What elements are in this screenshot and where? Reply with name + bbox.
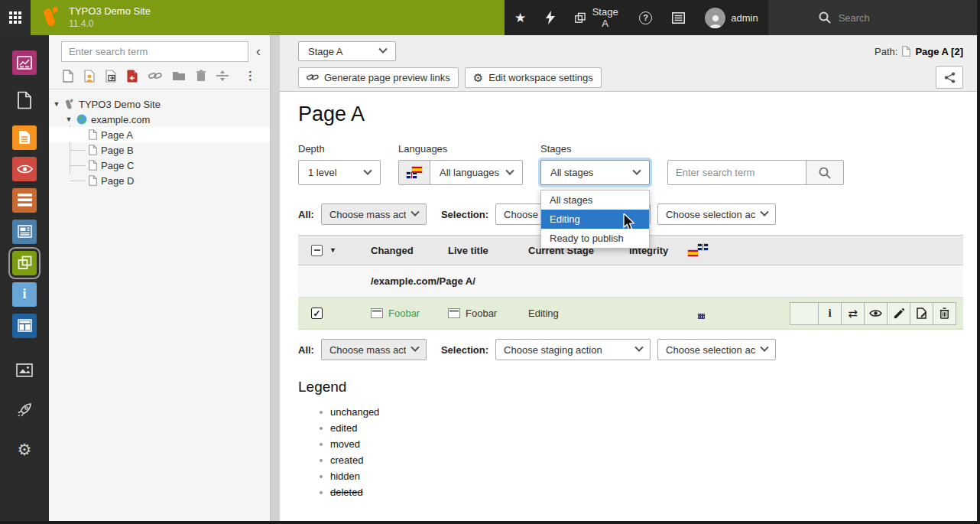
languages-select[interactable]: All languages xyxy=(430,160,523,185)
module-extensions[interactable] xyxy=(0,394,49,425)
folder-icon[interactable] xyxy=(172,69,186,83)
legend-item-moved: moved xyxy=(330,438,963,450)
stages-select[interactable]: All stages xyxy=(540,160,650,185)
expand-all-caret-icon[interactable]: ▼ xyxy=(329,246,336,254)
depth-select[interactable]: 1 level xyxy=(298,160,381,185)
bookmark-button[interactable]: ★ xyxy=(505,0,536,35)
mass-action-select[interactable]: Choose mass action xyxy=(321,203,427,225)
typo3-logo-icon xyxy=(41,6,61,29)
module-info-news[interactable] xyxy=(0,216,49,247)
tree-node-page-d[interactable]: Page D xyxy=(49,173,270,188)
document-icon xyxy=(18,130,31,145)
stages-option-ready[interactable]: Ready to publish xyxy=(541,229,649,248)
column-live-title: Live title xyxy=(448,245,528,256)
tree-node-page-c[interactable]: Page C xyxy=(49,158,270,173)
window-edge xyxy=(977,0,980,524)
module-workspaces[interactable] xyxy=(0,247,49,278)
page-doc-icon xyxy=(89,175,97,186)
clear-cache-button[interactable] xyxy=(536,0,565,35)
edit-workspace-settings-button[interactable]: ⚙ Edit workspace settings xyxy=(465,67,602,88)
module-template[interactable] xyxy=(0,310,49,341)
link-icon[interactable] xyxy=(148,69,162,83)
layout-icon xyxy=(18,319,32,332)
workspace-select[interactable]: Stage A xyxy=(298,41,396,61)
page-doc-icon xyxy=(89,145,97,155)
discard-button[interactable] xyxy=(933,302,956,325)
module-menu-toggle-button[interactable] xyxy=(0,0,31,35)
share-button[interactable] xyxy=(936,66,963,89)
send-to-stage-button[interactable]: ⇄ xyxy=(842,302,865,325)
username: admin xyxy=(731,12,758,24)
pagetree-splitter[interactable] xyxy=(270,35,280,521)
chevron-down-icon xyxy=(505,166,514,174)
workspace-name: Stage A xyxy=(591,6,619,29)
tree-node-root[interactable]: ▼ TYPO3 Demo Site xyxy=(49,96,270,112)
breadcrumb: Path: Page A [2] xyxy=(875,46,963,57)
search-icon xyxy=(819,11,831,24)
collapse-caret-icon[interactable]: ▼ xyxy=(65,116,73,123)
module-view[interactable] xyxy=(0,153,49,184)
mass-action-select-bottom[interactable]: Choose mass action xyxy=(321,339,427,360)
open-version-button[interactable] xyxy=(910,302,933,325)
document-edit-icon xyxy=(917,308,927,319)
module-info[interactable]: i xyxy=(0,278,49,310)
collapse-caret-icon[interactable]: ▼ xyxy=(53,100,60,108)
preview-button[interactable] xyxy=(865,302,888,325)
typo3-tree-logo-icon xyxy=(64,99,75,109)
selection-action-select-bottom[interactable]: Choose selection action xyxy=(657,339,776,360)
module-dashboard[interactable] xyxy=(0,47,49,78)
changed-title-link[interactable]: Foobar xyxy=(388,308,420,319)
workspace-search-input[interactable] xyxy=(667,160,806,185)
list-icon xyxy=(672,12,685,24)
tree-node-page-b[interactable]: Page B xyxy=(49,142,270,158)
row-checkbox[interactable]: ✓ xyxy=(311,308,323,319)
tree-node-page-a[interactable]: Page A xyxy=(49,127,270,142)
legend-item-deleted: deleted xyxy=(330,487,963,498)
system-information-button[interactable] xyxy=(662,0,695,35)
search-submit-button[interactable] xyxy=(806,160,844,185)
gear-icon: ⚙ xyxy=(18,441,32,459)
generate-preview-links-button[interactable]: Generate page preview links xyxy=(298,67,459,88)
grid-icon xyxy=(9,11,21,24)
new-shortcut-page-drag-icon[interactable] xyxy=(105,69,117,83)
pagetree-search-input[interactable] xyxy=(61,41,248,62)
legend-item-created: created xyxy=(330,454,963,466)
stages-option-editing[interactable]: Editing xyxy=(541,210,649,229)
new-page-drag-icon[interactable] xyxy=(63,69,74,83)
page-doc-icon xyxy=(89,129,97,140)
table-group-row: /example.com/Page A/ xyxy=(298,265,963,298)
pagetree-toolbar: ⋮ xyxy=(49,67,270,90)
module-list[interactable] xyxy=(0,122,49,153)
help-button[interactable]: ? xyxy=(629,0,662,35)
site-title: TYPO3 Demo Site xyxy=(69,5,151,18)
divider-drag-icon[interactable] xyxy=(216,69,229,83)
module-filelist[interactable] xyxy=(0,354,49,386)
search-icon xyxy=(819,167,831,179)
content-element-icon xyxy=(371,308,383,318)
path-value: Page A [2] xyxy=(915,46,963,57)
info-button[interactable]: i xyxy=(819,302,842,325)
module-page[interactable] xyxy=(0,84,49,116)
edit-button[interactable] xyxy=(888,302,910,325)
page-doc-icon xyxy=(902,46,910,57)
new-link-page-drag-icon[interactable] xyxy=(127,69,138,83)
all-label: All: xyxy=(298,209,314,220)
stages-option-all[interactable]: All stages xyxy=(541,190,649,210)
selection-action-select[interactable]: Choose selection action xyxy=(657,203,776,225)
module-settings[interactable]: ⚙ xyxy=(0,434,49,465)
tree-node-site[interactable]: ▼ example.com xyxy=(49,112,270,127)
module-records[interactable] xyxy=(0,184,49,216)
pagetree-kebab-menu-button[interactable]: ⋮ xyxy=(239,69,262,83)
workspace-indicator-button[interactable]: Stage A xyxy=(565,0,629,35)
topbar-toolbar: ★ Stage A ? admin xyxy=(505,0,768,35)
topbar-brand[interactable]: TYPO3 Demo Site 11.4.0 xyxy=(31,0,505,35)
pagetree-collapse-button[interactable]: ‹ xyxy=(255,44,265,60)
select-all-checkbox[interactable] xyxy=(311,245,323,256)
user-menu-button[interactable]: admin xyxy=(695,0,767,35)
topbar-search[interactable]: Search xyxy=(768,0,980,35)
workspace-icon xyxy=(575,11,586,24)
new-usersection-page-drag-icon[interactable] xyxy=(84,69,96,83)
star-icon: ★ xyxy=(514,10,526,26)
staging-action-select-bottom[interactable]: Choose staging action xyxy=(495,339,651,360)
trash-icon[interactable] xyxy=(196,69,207,83)
